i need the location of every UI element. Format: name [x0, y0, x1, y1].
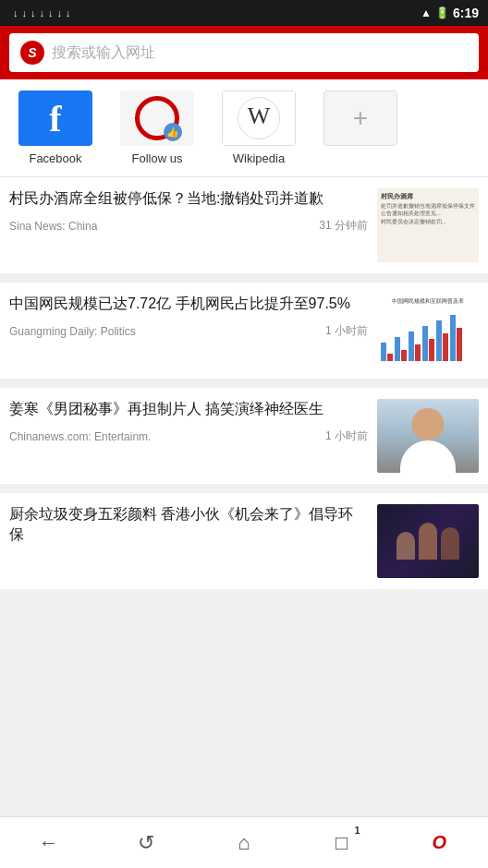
news-thumb-1: 村民办酒席 处罚并道歉撤销当地酒席低保停保文件公告通知相关处理意见... 村民委…	[377, 188, 479, 262]
chart-title: 中国网民规模和互联网普及率	[381, 297, 475, 306]
status-bar: ↓ ↓ ↓ ↓ ↓ ↓ ↓ ▲ 🔋 6:19	[0, 0, 488, 26]
facebook-icon-box: f	[18, 90, 92, 146]
home-button[interactable]: ⌂	[216, 817, 272, 869]
news-time-1: 31 分钟前	[319, 218, 368, 234]
tabs-count: 1	[354, 825, 360, 836]
status-icons: ▲ 🔋 6:19	[421, 6, 479, 20]
news-item-3[interactable]: 姜寒《男团秘事》再担制片人 搞笑演绎神经医生 Chinanews.com: En…	[0, 388, 488, 484]
news-source-1: Sina News: China	[9, 220, 97, 233]
news-source-2: Guangming Daily: Politics	[9, 325, 136, 338]
news-item-2[interactable]: 中国网民规模已达7.72亿 手机网民占比提升至97.5% Guangming D…	[0, 283, 488, 379]
add-icon: +	[323, 90, 397, 146]
browser-header: S 搜索或输入网址	[0, 26, 488, 79]
bookmarks-row: f Facebook 👍 Follow us W Wikipedia	[0, 79, 488, 177]
opera-menu-logo: O	[432, 832, 446, 853]
news-title-4: 厨余垃圾变身五彩颜料 香港小伙《机会来了》倡导环保	[9, 504, 368, 546]
news-content-1: 村民办酒席全组被停低保？当地:撤销处罚并道歉 Sina News: China …	[9, 188, 368, 234]
newspaper-content: 村民办酒席 处罚并道歉撤销当地酒席低保停保文件公告通知相关处理意见... 村民委…	[377, 188, 479, 229]
opera-logo: S	[20, 41, 44, 65]
battery-icon: 🔋	[435, 6, 449, 19]
back-button[interactable]: ←	[21, 817, 77, 869]
news-time-2: 1 小时前	[325, 323, 368, 339]
download-arrow-5: ↓	[48, 7, 54, 18]
person-shape	[377, 399, 479, 473]
bookmark-wikipedia[interactable]: W Wikipedia	[213, 90, 305, 165]
wikipedia-label: Wikipedia	[233, 151, 285, 165]
news-title-3: 姜寒《男团秘事》再担制片人 搞笑演绎神经医生	[9, 399, 368, 419]
thumbs-up-icon: 👍	[164, 123, 182, 141]
download-arrow-3: ↓	[30, 7, 36, 18]
follow-us-label: Follow us	[132, 151, 183, 165]
person-head	[412, 408, 445, 440]
download-arrow-2: ↓	[22, 7, 28, 18]
svg-text:W: W	[248, 102, 271, 129]
news-feed: 村民办酒席全组被停低保？当地:撤销处罚并道歉 Sina News: China …	[0, 177, 488, 646]
wifi-icon: ▲	[421, 6, 432, 19]
search-placeholder: 搜索或输入网址	[52, 43, 155, 63]
opera-follow-icon: 👍	[120, 90, 194, 146]
search-bar[interactable]: S 搜索或输入网址	[9, 33, 479, 72]
wikipedia-icon-box: W	[222, 90, 296, 146]
opera-circle: 👍	[135, 96, 179, 140]
tabs-button[interactable]: □ 1	[314, 817, 370, 869]
news-meta-2: Guangming Daily: Politics 1 小时前	[9, 323, 368, 339]
news-content-4: 厨余垃圾变身五彩颜料 香港小伙《机会来了》倡导环保	[9, 504, 368, 555]
clock: 6:19	[453, 6, 479, 20]
stage-shape	[377, 504, 479, 578]
news-thumb-3	[377, 399, 479, 473]
refresh-button[interactable]: ↺	[118, 817, 174, 869]
download-arrow-7: ↓	[66, 7, 71, 18]
news-item-4[interactable]: 厨余垃圾变身五彩颜料 香港小伙《机会来了》倡导环保	[0, 493, 488, 589]
news-meta-1: Sina News: China 31 分钟前	[9, 218, 368, 234]
news-meta-3: Chinanews.com: Entertainm. 1 小时前	[9, 428, 368, 444]
news-time-3: 1 小时前	[325, 428, 368, 444]
news-thumb-4	[377, 504, 479, 578]
news-source-3: Chinanews.com: Entertainm.	[9, 430, 151, 443]
facebook-label: Facebook	[29, 151, 81, 165]
download-arrow-4: ↓	[40, 7, 45, 18]
download-arrow-1: ↓	[13, 7, 18, 18]
news-content-2: 中国网民规模已达7.72亿 手机网民占比提升至97.5% Guangming D…	[9, 294, 368, 339]
news-item-1[interactable]: 村民办酒席全组被停低保？当地:撤销处罚并道歉 Sina News: China …	[0, 177, 488, 273]
news-title-1: 村民办酒席全组被停低保？当地:撤销处罚并道歉	[9, 188, 368, 209]
news-content-3: 姜寒《男团秘事》再担制片人 搞笑演绎神经医生 Chinanews.com: En…	[9, 399, 368, 444]
wikipedia-icon: W	[222, 90, 296, 146]
download-arrow-6: ↓	[57, 7, 63, 18]
opera-menu-button[interactable]: O	[411, 817, 467, 869]
stage-figures	[396, 523, 459, 560]
person-body	[400, 440, 456, 473]
chart-bars	[381, 306, 475, 361]
facebook-icon: f	[18, 90, 92, 146]
news-thumb-2: 中国网民规模和互联网普及率	[377, 294, 479, 368]
download-icons: ↓ ↓ ↓ ↓ ↓ ↓ ↓	[9, 7, 415, 18]
opera-follow-icon-box: 👍	[120, 90, 194, 146]
bookmark-facebook[interactable]: f Facebook	[9, 90, 102, 165]
bookmark-follow-us[interactable]: 👍 Follow us	[111, 90, 203, 165]
bookmark-add[interactable]: +	[314, 90, 407, 165]
bottom-nav: ← ↺ ⌂ □ 1 O	[0, 816, 488, 868]
news-title-2: 中国网民规模已达7.72亿 手机网民占比提升至97.5%	[9, 294, 368, 314]
